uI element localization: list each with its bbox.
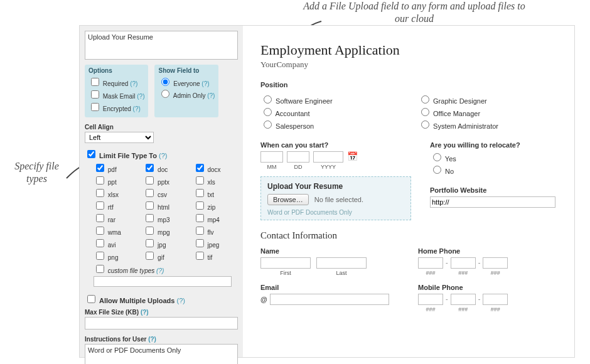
filetype-rtf-label: rtf (108, 204, 114, 211)
home-phone-1[interactable] (418, 257, 443, 269)
filetype-mp4-label: mp4 (207, 217, 219, 223)
filetype-png-checkbox[interactable] (96, 252, 104, 260)
allow-multiple-label: Allow Multiple Uploads (99, 297, 174, 304)
custom-file-types-checkbox[interactable] (96, 265, 104, 273)
filetype-doc-checkbox[interactable] (146, 164, 154, 172)
show-field-heading: Show Field to (158, 67, 215, 74)
filetype-xlsx-checkbox[interactable] (96, 189, 104, 197)
help-icon[interactable]: (?) (133, 105, 141, 112)
cell-align-label: Cell Align (85, 124, 238, 131)
annotation-specify-types: Specify file types (4, 160, 70, 185)
filetype-wma-checkbox[interactable] (96, 227, 104, 235)
allow-multiple-checkbox[interactable] (87, 295, 95, 303)
last-name-input[interactable] (316, 257, 367, 269)
position-radio[interactable] (264, 120, 272, 129)
help-icon[interactable]: (?) (141, 309, 149, 316)
instructions-label: Instructions for User (?) (85, 336, 238, 343)
help-icon[interactable]: (?) (148, 336, 156, 343)
help-icon[interactable]: (?) (156, 267, 164, 274)
filetype-jpg-label: jpg (158, 242, 166, 249)
filetype-docx-checkbox[interactable] (196, 164, 204, 172)
position-label: Position (260, 81, 557, 88)
no-file-label: No file selected. (314, 196, 363, 203)
position-radio[interactable] (421, 120, 429, 129)
limit-file-type-label: Limit File Type To (99, 152, 157, 159)
mobile-phone-2[interactable] (451, 294, 476, 305)
annotation-top: Add a File Upload field to any form and … (301, 0, 527, 25)
filetype-doc-label: doc (158, 166, 168, 173)
help-icon[interactable]: (?) (201, 80, 209, 87)
upload-resume-field: Upload Your Resume Browse… No file selec… (260, 176, 411, 220)
mobile-phone-label: Mobile Phone (418, 284, 557, 291)
position-radio[interactable] (421, 95, 429, 104)
filetype-pptx-label: pptx (158, 179, 169, 186)
filetype-zip-label: zip (207, 204, 215, 211)
filetype-mp4-checkbox[interactable] (196, 214, 204, 222)
options-heading: Options (88, 67, 144, 74)
position-radio[interactable] (421, 108, 429, 116)
filetype-zip-checkbox[interactable] (196, 201, 204, 210)
filetype-csv-checkbox[interactable] (146, 189, 154, 197)
start-year-input[interactable] (313, 151, 343, 163)
filetype-jpeg-label: jpeg (207, 242, 219, 249)
required-checkbox[interactable] (91, 78, 99, 86)
email-input[interactable] (270, 294, 389, 305)
calendar-icon[interactable]: 📅 (347, 151, 358, 161)
cell-align-select[interactable]: Left (85, 132, 154, 143)
filetype-jpg-checkbox[interactable] (146, 239, 154, 247)
home-phone-3[interactable] (483, 257, 508, 269)
help-icon[interactable]: (?) (130, 80, 137, 87)
browse-button[interactable]: Browse… (267, 194, 309, 205)
filetype-ppt-checkbox[interactable] (96, 176, 104, 185)
everyone-label: Everyone (173, 80, 200, 87)
start-day-input[interactable] (287, 151, 309, 163)
field-title-input[interactable] (85, 31, 238, 60)
limit-file-type-checkbox[interactable] (87, 150, 95, 158)
filetype-flv-label: flv (207, 229, 213, 236)
portfolio-label: Portfolio Website (430, 186, 557, 194)
filetype-html-checkbox[interactable] (146, 201, 154, 210)
company-name: YourCompany (260, 60, 557, 70)
position-radio[interactable] (264, 108, 272, 116)
filetype-rtf-checkbox[interactable] (96, 201, 104, 210)
filetype-tif-checkbox[interactable] (196, 252, 204, 260)
filetype-xls-checkbox[interactable] (196, 176, 204, 185)
filetype-jpeg-checkbox[interactable] (196, 239, 204, 247)
start-month-input[interactable] (260, 151, 283, 163)
first-name-input[interactable] (260, 257, 311, 269)
home-phone-2[interactable] (451, 257, 476, 269)
everyone-radio[interactable] (161, 78, 169, 86)
help-icon[interactable]: (?) (177, 297, 185, 304)
options-group: Options Required (?) Mask Email (?) Encr… (85, 65, 148, 117)
filetype-rar-checkbox[interactable] (96, 214, 104, 222)
filetype-pdf-checkbox[interactable] (96, 164, 104, 172)
admin-only-radio[interactable] (161, 90, 169, 98)
field-editor-panel: Options Required (?) Mask Email (?) Encr… (80, 26, 243, 357)
filetype-txt-checkbox[interactable] (196, 189, 204, 197)
position-right-col: Graphic Designer Office Manager System A… (418, 92, 557, 131)
position-radio[interactable] (264, 95, 272, 104)
mask-email-checkbox[interactable] (91, 90, 99, 99)
encrypted-checkbox[interactable] (91, 103, 99, 111)
relocate-no-radio[interactable] (433, 166, 441, 174)
filetype-mpg-checkbox[interactable] (146, 227, 154, 235)
filetype-mp3-checkbox[interactable] (146, 214, 154, 222)
help-icon[interactable]: (?) (159, 152, 167, 159)
filetype-avi-checkbox[interactable] (96, 239, 104, 247)
mobile-phone-3[interactable] (483, 294, 508, 305)
help-icon[interactable]: (?) (207, 92, 215, 99)
filetype-flv-checkbox[interactable] (196, 227, 204, 235)
filetype-gif-checkbox[interactable] (146, 252, 154, 260)
instructions-input[interactable] (85, 344, 238, 364)
custom-file-types-input[interactable] (94, 276, 232, 287)
mobile-phone-1[interactable] (418, 294, 443, 305)
help-icon[interactable]: (?) (137, 93, 144, 100)
filetype-mp3-label: mp3 (158, 217, 169, 223)
filetype-pptx-checkbox[interactable] (146, 176, 154, 185)
max-file-size-input[interactable] (85, 317, 238, 329)
app-container: Options Required (?) Mask Email (?) Encr… (79, 25, 575, 358)
filetype-tif-label: tif (207, 254, 212, 261)
portfolio-input[interactable] (430, 196, 555, 208)
filetype-html-label: html (158, 204, 169, 211)
relocate-yes-radio[interactable] (433, 153, 441, 161)
